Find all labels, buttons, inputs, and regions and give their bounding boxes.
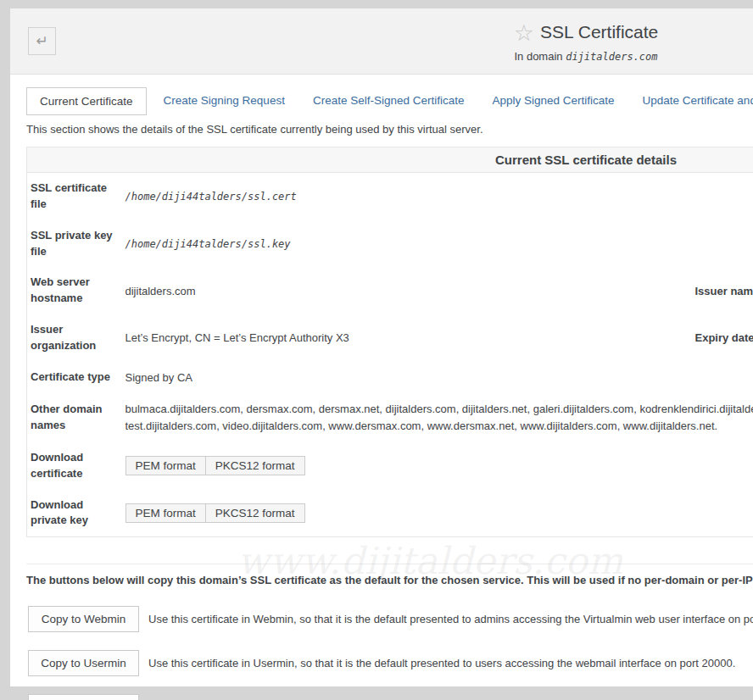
star-favorite-icon[interactable]: ☆ [514,20,534,46]
table-row: Other domain names bulmaca.dijitalders.c… [27,393,753,442]
table-row: Issuer organization Let’s Encrypt, CN = … [27,314,753,362]
table-row: Certificate type Signed by CA [27,362,753,393]
tab-update-certificate-and-key[interactable]: Update Certificate and Key [630,87,753,115]
tab-current-certificate[interactable]: Current Certificate [26,87,147,115]
copy-to-dovecot-row: Copy to Dovecot Use this certificate in … [28,692,753,700]
page-body: Current Certificate Create Signing Reque… [10,75,753,700]
other-domains-line-1: bulmaca.dijitalders.com, dersmax.com, de… [126,401,753,418]
ssl-certificate-file-value: /home/diji44talders/ssl.cert [126,191,297,203]
copy-to-dovecot-button[interactable]: Copy to Dovecot [28,694,139,700]
row-label: SSL certificate file [27,173,122,220]
page-background: ↵ ☆SSL Certificate In domain dijitalders… [0,0,753,700]
table-row: Download private key PEM format PKCS12 f… [27,490,753,537]
download-certificate-pem-button[interactable]: PEM format [126,456,206,475]
section-description: This section shows the details of the SS… [26,123,753,136]
copy-to-webmin-description: Use this certificate in Webmin, so that … [148,613,753,625]
download-private-key-pkcs12-button[interactable]: PKCS12 format [205,503,305,523]
row-label: Certificate type [27,362,122,393]
domain-name: dijitalders.com [566,51,657,63]
row-label: Issuer organization [27,314,122,362]
other-domain-names-value: bulmaca.dijitalders.com, dersmax.com, de… [122,393,753,442]
copy-to-webmin-button[interactable]: Copy to Webmin [28,606,139,632]
page-title: SSL Certificate [540,22,658,42]
page-subtitle: In domain dijitalders.com [10,50,753,63]
table-title: Current SSL certificate details [27,147,753,173]
web-server-hostname-value: dijitalders.com [122,267,669,314]
row-label: Download private key [27,490,122,537]
section-divider [26,564,753,564]
title-block: ☆SSL Certificate In domain dijitalders.c… [10,19,753,63]
table-row: SSL certificate file /home/diji44talders… [27,173,753,220]
copy-service-list: Copy to Webmin Use this certificate in W… [26,603,753,700]
table-row: Web server hostname dijitalders.com Issu… [27,267,753,314]
copy-to-usermin-row: Copy to Usermin Use this certificate in … [28,647,753,679]
subtitle-prefix: In domain [514,50,562,63]
download-certificate-pkcs12-button[interactable]: PKCS12 format [205,456,305,475]
table-row: Download certificate PEM format PKCS12 f… [27,442,753,490]
copy-to-usermin-button[interactable]: Copy to Usermin [28,650,139,676]
ssl-private-key-file-value: /home/diji44talders/ssl.key [126,238,291,250]
certificate-type-value: Signed by CA [122,362,753,393]
download-private-key-pem-button[interactable]: PEM format [126,503,206,523]
tab-create-self-signed-certificate[interactable]: Create Self-Signed Certificate [300,87,477,115]
row-label: Other domain names [27,393,122,442]
tab-bar: Current Certificate Create Signing Reque… [26,87,753,115]
copy-services-note: The buttons below will copy this domain’… [26,574,753,586]
tab-apply-signed-certificate[interactable]: Apply Signed Certificate [479,87,627,115]
page-header: ↵ ☆SSL Certificate In domain dijitalders… [10,8,753,75]
table-row: SSL private key file /home/diji44talders… [27,220,753,268]
row-label: Web server hostname [27,267,122,314]
copy-to-usermin-description: Use this certificate in Usermin, so that… [148,657,735,669]
copy-to-webmin-row: Copy to Webmin Use this certificate in W… [28,603,753,635]
row-label: Download certificate [27,442,122,490]
issuer-organization-value: Let’s Encrypt, CN = Let’s Encrypt Author… [122,314,669,362]
tab-create-signing-request[interactable]: Create Signing Request [151,87,298,115]
certificate-details-table: Current SSL certificate details SSL cert… [26,147,753,537]
expiry-date-label: Expiry date [669,314,753,362]
issuer-name-label: Issuer name [669,267,753,314]
other-domains-line-2: test.dijitalders.com, video.dijitalders.… [126,418,753,435]
content-panel: ↵ ☆SSL Certificate In domain dijitalders… [10,8,753,686]
row-label: SSL private key file [27,220,122,268]
